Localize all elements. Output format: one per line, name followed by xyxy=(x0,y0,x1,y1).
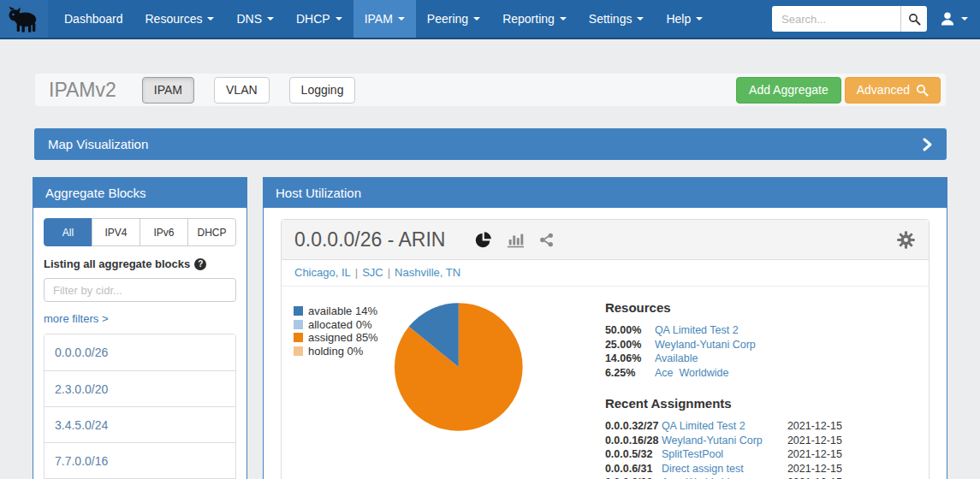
legend-item: holding 0% xyxy=(294,345,388,358)
search-icon xyxy=(908,13,921,26)
aggregate-block-list: 0.0.0.0/26 2.3.0.0/20 3.4.5.0/24 7.7.0.0… xyxy=(44,334,236,479)
gear-icon[interactable] xyxy=(896,230,916,250)
header-actions: Add Aggregate Advanced xyxy=(736,77,941,103)
resource-percent: 6.25% xyxy=(605,366,655,381)
nav-item-help[interactable]: Help xyxy=(655,0,714,38)
map-visualization-bar[interactable]: Map Visualization xyxy=(34,128,947,160)
legend-swatch-assigned xyxy=(294,333,303,342)
chevron-down-icon xyxy=(637,17,644,21)
utilization-pie-chart[interactable] xyxy=(393,300,525,434)
chevron-down-icon xyxy=(336,17,342,21)
tab-ipv4[interactable]: IPV4 xyxy=(92,218,140,246)
legend-label: available 14% xyxy=(308,305,377,318)
assignment-date: 2021-12-15 xyxy=(787,434,842,448)
block-title: 0.0.0.0/26 - ARIN xyxy=(294,228,445,251)
assignment-link[interactable]: Direct assign test xyxy=(662,462,787,476)
aggregate-blocks-body: All IPV4 IPv6 DHCP Listing all aggregate… xyxy=(33,208,246,479)
assignment-link[interactable]: QA Limited Test 2 xyxy=(662,419,787,434)
view-button-logging[interactable]: Logging xyxy=(289,77,356,103)
grid-view-icon[interactable] xyxy=(568,234,585,245)
tab-ipv6[interactable]: IPv6 xyxy=(140,218,188,246)
search-input[interactable] xyxy=(772,6,900,32)
add-aggregate-button[interactable]: Add Aggregate xyxy=(736,77,841,103)
legend-item: assigned 85% xyxy=(294,331,388,345)
pie-chart-icon[interactable] xyxy=(474,231,492,249)
chevron-down-icon xyxy=(473,17,480,21)
nav-item-dns[interactable]: DNS xyxy=(225,0,285,38)
nav-item-settings[interactable]: Settings xyxy=(578,0,656,38)
assignment-cidr: 0.0.0.0/30 xyxy=(605,476,662,479)
list-item[interactable]: 3.4.5.0/24 xyxy=(45,406,235,442)
legend-swatch-available xyxy=(294,306,303,316)
resource-link[interactable]: Available xyxy=(655,352,698,366)
chevron-down-icon xyxy=(961,17,968,21)
advanced-search-button[interactable]: Advanced xyxy=(845,77,941,103)
bar-chart-icon[interactable] xyxy=(506,231,525,248)
search-button[interactable] xyxy=(900,6,927,32)
nav-item-reporting[interactable]: Reporting xyxy=(491,0,578,38)
location-link[interactable]: Nashville, TN xyxy=(395,266,460,279)
resource-percent: 14.06% xyxy=(605,352,655,366)
nav-item-peering[interactable]: Peering xyxy=(416,0,491,38)
assignment-cidr: 0.0.0.32/27 xyxy=(605,419,662,434)
assignment-link[interactable]: Ace Worldwide xyxy=(662,476,787,479)
resource-row: 25.00%Weyland-Yutani Corp xyxy=(605,338,929,352)
resources-heading: Resources xyxy=(605,300,929,315)
pie-legend: available 14% allocated 0% assigned 85% … xyxy=(294,300,388,479)
nav-item-dashboard[interactable]: Dashboard xyxy=(53,0,134,38)
list-item[interactable]: 0.0.0.0/26 xyxy=(45,334,235,370)
resource-link[interactable]: Ace Worldwide xyxy=(655,366,729,381)
assignment-row: 0.0.0.0/30Ace Worldwide2021-12-15 xyxy=(605,476,929,479)
assignment-row: 0.0.0.16/28Weyland-Yutani Corp2021-12-15 xyxy=(605,434,929,448)
legend-swatch-allocated xyxy=(294,320,303,329)
nav-item-resources[interactable]: Resources xyxy=(134,0,226,38)
nav-item-label: Help xyxy=(666,12,691,26)
resource-link[interactable]: Weyland-Yutani Corp xyxy=(655,338,756,352)
tab-all[interactable]: All xyxy=(44,218,92,246)
brand-logo[interactable] xyxy=(0,0,48,38)
host-details-column: Resources 50.00%QA Limited Test 2 25.00%… xyxy=(605,300,929,479)
view-button-vlan[interactable]: VLAN xyxy=(214,77,270,103)
block-card-header: 0.0.0.0/26 - ARIN xyxy=(282,220,929,260)
user-menu[interactable] xyxy=(939,10,968,27)
advanced-label: Advanced xyxy=(857,83,910,97)
help-icon[interactable]: ? xyxy=(194,258,206,270)
aggregate-blocks-header: Aggregate Blocks xyxy=(33,178,246,208)
tab-dhcp[interactable]: DHCP xyxy=(187,218,236,246)
assignment-date: 2021-12-15 xyxy=(787,476,842,479)
assignment-link[interactable]: SplitTestPool xyxy=(662,447,787,462)
chevron-down-icon xyxy=(398,17,405,21)
view-button-ipam[interactable]: IPAM xyxy=(142,77,194,103)
nav-item-label: Reporting xyxy=(502,12,555,26)
assignment-date: 2021-12-15 xyxy=(787,419,842,434)
list-item[interactable]: 2.3.0.0/20 xyxy=(45,370,235,406)
assignment-cidr: 0.0.0.5/32 xyxy=(605,447,662,462)
more-filters-link[interactable]: more filters > xyxy=(44,312,109,325)
nav-item-label: Dashboard xyxy=(64,12,123,26)
chevron-down-icon xyxy=(696,17,703,21)
user-icon xyxy=(939,10,956,27)
chevron-down-icon xyxy=(267,17,274,21)
listing-label: Listing all aggregate blocks ? xyxy=(44,257,236,270)
block-card: 0.0.0.0/26 - ARIN xyxy=(281,219,930,479)
chevron-right-icon xyxy=(921,137,933,152)
nav-item-label: Resources xyxy=(146,12,203,26)
location-link[interactable]: Chicago, IL xyxy=(294,266,351,279)
location-link[interactable]: SJC xyxy=(362,266,383,279)
separator: | xyxy=(355,266,358,279)
location-links: Chicago, IL|SJC|Nashville, TN xyxy=(282,260,929,287)
nav-item-dhcp[interactable]: DHCP xyxy=(285,0,353,38)
list-item[interactable]: 7.7.0.0/16 xyxy=(45,442,235,478)
nav-item-label: Peering xyxy=(427,12,468,26)
assignment-row: 0.0.0.5/32SplitTestPool2021-12-15 xyxy=(605,447,929,462)
resource-link[interactable]: QA Limited Test 2 xyxy=(655,323,739,338)
nav-item-label: DNS xyxy=(236,12,262,26)
nav-item-ipam[interactable]: IPAM xyxy=(353,0,416,38)
assignment-cidr: 0.0.0.16/28 xyxy=(605,434,662,448)
cidr-filter-input[interactable] xyxy=(44,278,236,302)
nav-item-label: DHCP xyxy=(296,12,330,26)
assignment-link[interactable]: Weyland-Yutani Corp xyxy=(662,434,787,448)
share-icon[interactable] xyxy=(538,232,555,248)
aggregate-filter-tabs: All IPV4 IPv6 DHCP xyxy=(44,218,236,246)
assignments-heading: Recent Assignments xyxy=(605,396,929,411)
